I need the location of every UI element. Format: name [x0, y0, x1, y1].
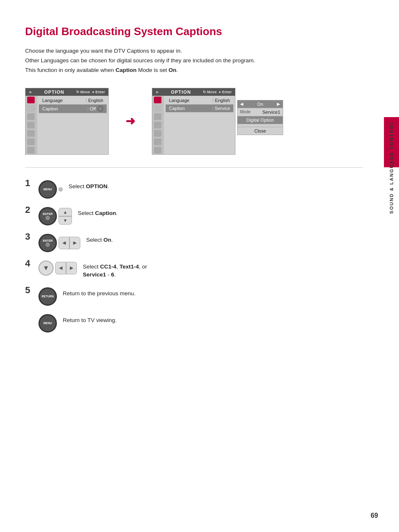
- return-button-5[interactable]: RETURN: [38, 287, 57, 306]
- description-line1: Choose the language you want the DTV Cap…: [25, 46, 363, 56]
- step-2-text: Select Caption.: [78, 207, 118, 217]
- nav-down-4[interactable]: ▼: [38, 261, 54, 276]
- step-4-text: Select CC1-4, Text1-4, or Service1 - 6.: [83, 261, 147, 279]
- enter-button-3[interactable]: ENTER: [38, 234, 57, 252]
- enter-button-2-label: ENTER: [43, 212, 53, 215]
- submenu-on-label: On: [243, 102, 277, 107]
- nav-left-4[interactable]: ◀: [55, 262, 66, 274]
- enter-button-3-label: ENTER: [43, 239, 53, 242]
- description-line3: This function in only available when Cap…: [25, 66, 363, 75]
- step-3-text: Select On.: [86, 234, 113, 244]
- option-body-full: Language : English Caption : Off: [26, 96, 108, 154]
- step-menu: 5 MENU Return to TV viewing.: [25, 314, 363, 332]
- step-4-number: 4: [25, 259, 33, 268]
- nav-down-2[interactable]: ▼: [59, 216, 72, 225]
- icon-b7: [154, 147, 161, 153]
- option-box-2-hints: ↻ Move ● Enter: [203, 90, 232, 94]
- nav-right-3[interactable]: ▶: [69, 237, 80, 249]
- lr-buttons-3: ◀ ▶: [59, 237, 80, 249]
- icon-b5: [154, 130, 161, 137]
- step-3-icons: ENTER ◀ ▶: [38, 234, 80, 252]
- option-box-1-title: OPTION: [44, 90, 64, 95]
- submenu-left-arrow: ◀: [240, 102, 243, 106]
- icon-7: [27, 147, 35, 153]
- side-bar-label: SOUND & LANGUAGE CONTROL: [389, 121, 394, 214]
- enter-button-2-circle: [46, 216, 50, 220]
- description-line2: Other Languages can be chosen for digita…: [25, 56, 363, 66]
- option-box-2-header: ► OPTION ↻ Move ● Enter: [152, 88, 235, 96]
- step-4: 4 ▼ ◀ ▶ Select CC1-4, Text1-4, or Servic…: [25, 261, 363, 279]
- submenu-mode-row: Mode Service1: [238, 108, 283, 116]
- page-number: 69: [371, 512, 378, 519]
- submenu-service1-label: Service1: [252, 110, 280, 115]
- icon-2: [27, 105, 35, 112]
- nav-up-2[interactable]: ▲: [59, 208, 72, 216]
- submenu-close: Close: [238, 127, 283, 135]
- enter-button-2[interactable]: ENTER: [38, 207, 57, 225]
- icon-4: [27, 122, 35, 128]
- option-box-1-hints: ↻ Move ● Enter: [76, 90, 105, 94]
- icon-b2: [154, 105, 161, 112]
- step-5-icons: RETURN: [38, 287, 57, 306]
- spacer5: [39, 143, 107, 151]
- nav-up-down-2: ▲ ▼: [59, 208, 72, 225]
- step-5-text: Return to the previous menu.: [63, 287, 136, 298]
- arrow-right: ➜: [125, 114, 135, 128]
- page-title: Digital Broadcasting System Captions: [25, 25, 363, 38]
- description: Choose the language you want the DTV Cap…: [25, 46, 363, 75]
- step-menu-icons: MENU: [38, 314, 57, 332]
- option-box-2-title: OPTION: [171, 90, 191, 95]
- icon-5: [27, 130, 35, 137]
- option-main-col: Language : English Caption : Off: [37, 96, 108, 154]
- option-icon-col-2: [152, 96, 164, 154]
- icon-b3: [154, 113, 161, 120]
- spacer2: [39, 121, 107, 128]
- step-1-number: 1: [25, 179, 33, 188]
- option-row-language-1: Language : English: [39, 97, 107, 105]
- icon-3: [27, 113, 35, 120]
- lr-buttons-4: ◀ ▶: [55, 262, 77, 274]
- option-box-1-body: Language : English Caption : Off: [26, 96, 108, 154]
- spacer3: [39, 128, 107, 136]
- step-1-text: Select OPTION.: [69, 180, 109, 191]
- steps-section: 1 MENU Select OPTION. 2 ENTER ▲: [25, 180, 363, 332]
- submenu-digital-option: Digital Option: [238, 116, 283, 124]
- menu-button-1-label: MENU: [43, 188, 52, 191]
- step-2: 2 ENTER ▲ ▼ Select Caption.: [25, 207, 363, 225]
- step-3: 3 ENTER ◀ ▶ Select On.: [25, 234, 363, 252]
- menu-button-1[interactable]: MENU: [38, 180, 57, 199]
- side-bar-text-container: SOUND & LANGUAGE CONTROL: [384, 84, 399, 251]
- step-4-icons: ▼ ◀ ▶: [38, 261, 77, 276]
- return-button-5-label: RETURN: [41, 295, 54, 298]
- menu-button-final[interactable]: MENU: [38, 314, 57, 332]
- step-5-number: 5: [25, 286, 33, 295]
- side-bar: [384, 0, 399, 532]
- option-box-1-header: ► OPTION ↻ Move ● Enter: [26, 88, 108, 96]
- option-body-full-2: Language : English Caption : Service: [152, 96, 235, 154]
- step-2-icons: ENTER ▲ ▼: [38, 207, 72, 225]
- option-row-caption-1: Caption : Off: [39, 105, 107, 113]
- divider: [25, 167, 363, 168]
- nav-left-3[interactable]: ◀: [59, 237, 69, 249]
- spacer4: [39, 136, 107, 143]
- icon-b6: [154, 138, 161, 145]
- option-main-col-2: Language : English Caption : Service: [164, 96, 235, 154]
- nav-right-4[interactable]: ▶: [66, 262, 77, 274]
- step-1: 1 MENU Select OPTION.: [25, 180, 363, 199]
- option-box-1: ► OPTION ↻ Move ● Enter: [25, 88, 109, 155]
- step-1-icons: MENU: [38, 180, 63, 199]
- step-5: 5 RETURN Return to the previous menu.: [25, 287, 363, 306]
- scroll-wheel-1: [59, 187, 63, 192]
- step-2-number: 2: [25, 205, 33, 215]
- step-3-number: 3: [25, 232, 33, 241]
- icon-b4: [154, 122, 161, 128]
- icon-6: [27, 138, 35, 145]
- step-menu-text: Return to TV viewing.: [63, 314, 117, 325]
- main-content: Digital Broadcasting System Captions Cho…: [0, 0, 384, 532]
- submenu-on-row: ◀ On ▶: [238, 100, 283, 108]
- menu-button-final-label: MENU: [43, 322, 52, 325]
- option-row-language-2: Language : English: [166, 97, 233, 105]
- option-icon-col: [26, 96, 37, 154]
- icon-b1: [154, 97, 161, 103]
- option-row-caption-2: Caption : Service: [166, 105, 233, 113]
